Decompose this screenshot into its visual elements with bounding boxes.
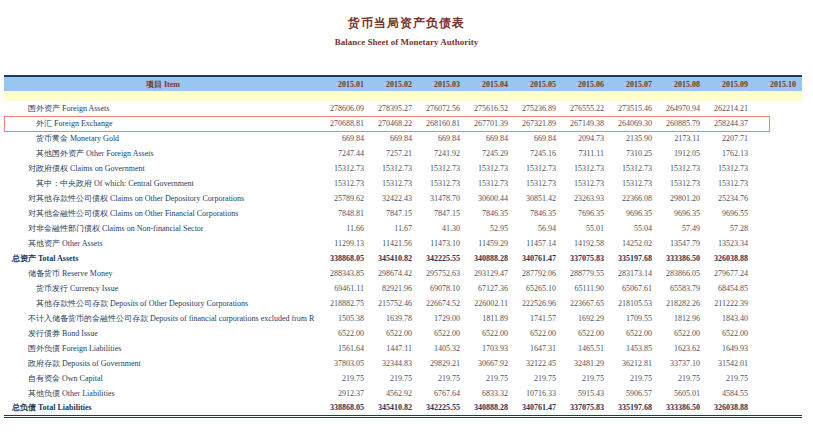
cell-value: 215752.46 [370, 296, 418, 311]
cell-value: 1692.29 [562, 311, 610, 326]
cell-value: 56.94 [514, 221, 562, 236]
cell-value: 338868.05 [322, 401, 370, 416]
row-label-cn: 其他负债 [28, 389, 60, 398]
cell-value: 219.75 [706, 371, 754, 386]
cell-value: 5906.57 [610, 386, 658, 401]
table-row: 其他国外资产 Other Foreign Assets7247.447257.2… [4, 146, 802, 161]
row-label: 对政府债权 Claims on Government [4, 161, 322, 176]
cell-value: 6767.64 [418, 386, 466, 401]
cell-value: 1623.62 [658, 341, 706, 356]
cell-value: 1811.89 [466, 311, 514, 326]
cell-value: 337075.83 [562, 401, 610, 416]
cell-value: 2135.90 [610, 131, 658, 146]
cell-value: 6522.00 [370, 326, 418, 341]
row-label-en: Bond Issue [62, 329, 98, 338]
cell-value: 337075.83 [562, 251, 610, 266]
column-header: 2015.03 [418, 76, 466, 91]
cell-value: 262214.21 [706, 101, 754, 116]
cell-value: 29829.21 [418, 356, 466, 371]
cell-value [754, 101, 802, 116]
row-label-en: Of which: Central Government [94, 179, 194, 188]
cell-value: 15312.73 [610, 176, 658, 191]
row-label: 货币发行 Currency Issue [4, 281, 322, 296]
column-header: 2015.06 [562, 76, 610, 91]
cell-value: 7311.11 [562, 146, 610, 161]
cell-value [754, 266, 802, 281]
cell-value: 9696.35 [610, 206, 658, 221]
cell-value: 335197.68 [610, 401, 658, 416]
cell-value: 14252.02 [610, 236, 658, 251]
cell-value: 338868.05 [322, 251, 370, 266]
cell-value: 7847.15 [370, 206, 418, 221]
row-label-cn: 外汇 [36, 119, 52, 128]
table-row: 总资产 Total Assets338868.05345410.82342225… [4, 251, 802, 266]
cell-value: 9696.55 [706, 206, 754, 221]
row-label-cn: 对政府债权 [28, 164, 68, 173]
cell-value: 10716.33 [514, 386, 562, 401]
table-row: 对非金融性部门债权 Claims on Non-financial Sector… [4, 221, 802, 236]
cell-value: 218105.53 [610, 296, 658, 311]
cell-value: 293129.47 [466, 266, 514, 281]
cell-value: 5915.43 [562, 386, 610, 401]
cell-value: 25789.62 [322, 191, 370, 206]
cell-value: 32422.43 [370, 191, 418, 206]
row-label-en: Other Foreign Assets [86, 149, 154, 158]
cell-value: 279677.24 [706, 266, 754, 281]
cell-value: 345410.82 [370, 401, 418, 416]
row-label: 国外资产 Foreign Assets [4, 101, 322, 116]
cell-value: 1639.78 [370, 311, 418, 326]
row-label-en: Foreign Liabilities [62, 344, 121, 353]
table-row: 对政府债权 Claims on Government15312.7315312.… [4, 161, 802, 176]
cell-value: 340761.47 [514, 251, 562, 266]
cell-value: 1405.32 [418, 341, 466, 356]
cell-value: 7696.35 [562, 206, 610, 221]
column-header: 2015.09 [706, 76, 754, 91]
cell-value: 283173.14 [610, 266, 658, 281]
cell-value: 219.75 [322, 371, 370, 386]
row-label-cn: 自有资金 [28, 374, 60, 383]
cell-value: 2207.71 [706, 131, 754, 146]
spacer-row [4, 91, 802, 101]
cell-value [754, 191, 802, 206]
table-body: 国外资产 Foreign Assets278606.09278395.27276… [4, 91, 802, 416]
cell-value: 65111.90 [562, 281, 610, 296]
cell-value [754, 386, 802, 401]
cell-value: 15312.73 [466, 176, 514, 191]
cell-value: 218882.75 [322, 296, 370, 311]
cell-value: 326038.88 [706, 401, 754, 416]
row-label-en: Foreign Assets [62, 104, 109, 113]
row-label-en: Reserve Money [62, 269, 112, 278]
cell-value: 1762.13 [706, 146, 754, 161]
cell-value [754, 236, 802, 251]
cell-value: 69078.10 [418, 281, 466, 296]
table-row: 其他资产 Other Assets11299.1311421.5611473.1… [4, 236, 802, 251]
row-label: 国外负债 Foreign Liabilities [4, 341, 322, 356]
cell-value: 7245.29 [466, 146, 514, 161]
cell-value: 67127.36 [466, 281, 514, 296]
cell-value: 11473.10 [418, 236, 466, 251]
row-label-cn: 其他资产 [28, 239, 60, 248]
cell-value: 68454.85 [706, 281, 754, 296]
row-label-cn: 发行债券 [28, 329, 60, 338]
cell-value: 219.75 [658, 371, 706, 386]
cell-value: 7847.15 [418, 206, 466, 221]
cell-value: 276072.56 [418, 101, 466, 116]
table-row: 政府存款 Deposits of Government37803.0532344… [4, 356, 802, 371]
cell-value: 9696.35 [658, 206, 706, 221]
cell-value: 15312.73 [322, 176, 370, 191]
cell-value: 342225.55 [418, 401, 466, 416]
cell-value [754, 176, 802, 191]
cell-value: 298674.42 [370, 266, 418, 281]
cell-value: 669.84 [466, 131, 514, 146]
cell-value: 2912.37 [322, 386, 370, 401]
cell-value: 6522.00 [418, 326, 466, 341]
row-label-en: Deposits of financial corporations exclu… [150, 314, 314, 323]
cell-value: 222526.96 [514, 296, 562, 311]
cell-value: 15312.73 [418, 176, 466, 191]
cell-value: 82921.96 [370, 281, 418, 296]
cell-value [754, 311, 802, 326]
cell-value [754, 356, 802, 371]
cell-value: 340888.28 [466, 401, 514, 416]
cell-value: 5605.01 [658, 386, 706, 401]
row-label-cn: 国外负债 [28, 344, 60, 353]
